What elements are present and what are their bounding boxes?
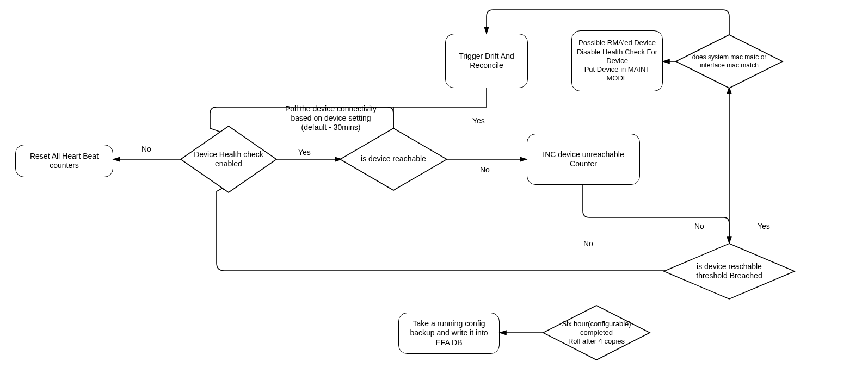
label-yes-upper: Yes xyxy=(472,116,485,126)
node-trigger-drift: Trigger Drift And Reconcile xyxy=(445,34,528,88)
node-mac-match: does system mac matc or interface mac ma… xyxy=(675,34,784,89)
node-health-check-enabled: Device Health check enabled xyxy=(180,125,278,194)
label-no-lower: No xyxy=(583,239,593,248)
label-threshold-no: No xyxy=(694,222,704,231)
node-rma-actions: Possible RMA'ed Device Disable Health Ch… xyxy=(571,30,663,91)
node-reset-counters: Reset All Heart Beat counters xyxy=(15,145,113,177)
node-threshold-breached: is device reachable threshold Breached xyxy=(663,242,796,300)
label-no-left: No xyxy=(141,145,151,154)
node-six-hour-text: Six hour(configurable) completed Roll af… xyxy=(557,320,635,346)
node-is-reachable: is device reachable xyxy=(339,127,448,191)
node-mac-match-text: does system mac matc or interface mac ma… xyxy=(681,53,777,70)
node-take-backup: Take a running config backup and write i… xyxy=(398,313,500,354)
label-threshold-yes: Yes xyxy=(758,222,770,231)
node-threshold-breached-text: is device reachable threshold Breached xyxy=(676,262,783,281)
node-health-check-enabled-text: Device Health check enabled xyxy=(180,150,278,169)
node-six-hour: Six hour(configurable) completed Roll af… xyxy=(542,304,651,361)
node-inc-counter: INC device unreachable Counter xyxy=(527,134,640,185)
node-is-reachable-text: is device reachable xyxy=(356,154,430,164)
label-poll-caption: Poll the device connectivity based on de… xyxy=(255,104,407,132)
label-yes-mid: Yes xyxy=(298,148,311,157)
flowchart-canvas: reset_counters --> is_reachable --> inc_… xyxy=(0,0,868,380)
label-no-upper: No xyxy=(480,165,490,175)
